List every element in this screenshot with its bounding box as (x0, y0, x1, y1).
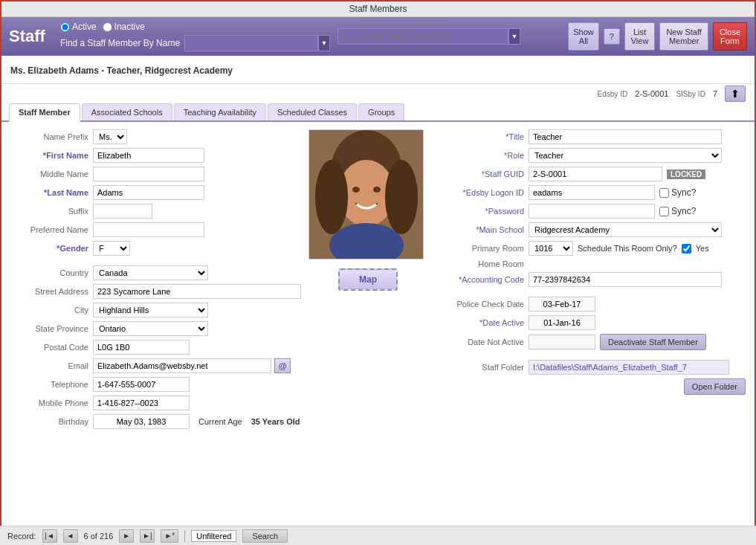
sisby-id-value: 7 (713, 89, 717, 98)
email-row: Email @ (10, 358, 301, 373)
preferred-name-input[interactable] (93, 222, 204, 237)
inactive-radio[interactable] (103, 22, 112, 32)
staff-guid-input[interactable] (529, 167, 662, 181)
tab-associated-schools[interactable]: Associated Schools (82, 103, 172, 120)
open-folder-button[interactable]: Open Folder (684, 378, 746, 395)
date-not-active-input[interactable] (529, 335, 595, 349)
find-by-name-input[interactable] (184, 35, 318, 51)
tab-groups[interactable]: Groups (358, 103, 404, 120)
title-label: *Title (435, 132, 524, 141)
find-by-guid-dropdown-arrow[interactable]: ▼ (508, 28, 520, 45)
last-name-input[interactable] (93, 185, 204, 200)
email-input[interactable] (93, 358, 271, 373)
staff-folder-input[interactable] (529, 360, 729, 375)
current-age-label: Current Age (198, 417, 242, 426)
find-by-guid-input[interactable] (337, 28, 508, 45)
tab-scheduled-classes[interactable]: Scheduled Classes (268, 103, 357, 120)
header-right-buttons: ShowAll ? ListView New StaffMember Close… (568, 22, 747, 51)
inactive-radio-label[interactable]: Inactive (103, 22, 145, 32)
accounting-code-row: *Accounting Code (435, 272, 746, 287)
edsby-sync-checkbox[interactable] (659, 188, 669, 198)
map-button[interactable]: Map (338, 268, 398, 291)
police-check-input[interactable] (529, 297, 595, 312)
home-room-row: Home Room (435, 259, 746, 268)
city-row: City Highland Hills (10, 303, 301, 317)
photo-area: Map (308, 129, 427, 523)
state-row: State Province Ontario (10, 321, 301, 336)
find-by-name-combo: ▼ (184, 35, 330, 51)
telephone-label: Telephone (10, 380, 88, 389)
active-radio[interactable] (60, 22, 70, 32)
gender-select[interactable]: F M (93, 241, 130, 256)
city-label: City (10, 306, 88, 315)
svg-point-3 (315, 160, 348, 234)
mobile-input[interactable] (93, 396, 190, 410)
state-label: State Province (10, 324, 88, 333)
at-button[interactable]: @ (274, 358, 291, 373)
role-label: *Role (435, 151, 524, 160)
nav-first-button[interactable]: |◄ (42, 529, 57, 543)
state-select[interactable]: Ontario (93, 321, 208, 336)
street-input[interactable] (93, 284, 301, 299)
room-select[interactable]: 1016 (529, 241, 573, 256)
mobile-label: Mobile Phone (10, 399, 88, 407)
nav-last-button[interactable]: ►| (140, 529, 155, 543)
suffix-input[interactable] (93, 204, 152, 219)
svg-point-7 (352, 187, 360, 193)
yes-label: Yes (696, 244, 709, 253)
staff-folder-label: Staff Folder (435, 363, 524, 372)
postal-input[interactable] (93, 340, 190, 355)
title-input[interactable] (529, 129, 722, 144)
staff-photo-image (309, 130, 424, 259)
help-button[interactable]: ? (604, 28, 620, 45)
middle-name-input[interactable] (93, 167, 204, 181)
tab-staff-member[interactable]: Staff Member (9, 103, 80, 122)
staff-full-name: Ms. Elizabeth Adams - Teacher, Ridgecres… (10, 65, 233, 76)
tab-teaching-availability[interactable]: Teaching Availability (174, 103, 266, 120)
date-active-input[interactable] (529, 315, 595, 330)
role-select[interactable]: Teacher (529, 148, 722, 163)
edsby-logon-input[interactable] (529, 185, 655, 200)
main-school-select[interactable]: Ridgecrest Academy (529, 222, 722, 237)
telephone-input[interactable] (93, 377, 190, 392)
suffix-label: Suffix (10, 207, 88, 216)
schedule-room-label: Schedule This Room Only? (578, 244, 677, 253)
last-name-label: *Last Name (10, 188, 88, 197)
main-school-row: *Main School Ridgecrest Academy (435, 222, 746, 237)
edsby-id-value: 2-S-0001 (635, 89, 668, 98)
new-staff-button[interactable]: New StaffMember (659, 22, 708, 51)
edsby-sync-check: Sync? (659, 187, 696, 198)
form-fields: Name Prefix Ms. *First Name Middle Name … (10, 129, 301, 523)
nav-prev-button[interactable]: ◄ (63, 529, 78, 543)
close-form-button[interactable]: CloseForm (713, 22, 747, 51)
find-by-name-row: Find a Staff Member By Name ▼ (60, 35, 330, 51)
schedule-room-checkbox[interactable] (682, 244, 691, 254)
staff-guid-row: *Staff GUID LOCKED (435, 167, 746, 181)
city-select[interactable]: Highland Hills (93, 303, 208, 317)
first-name-input[interactable] (93, 148, 204, 163)
accounting-code-input[interactable] (529, 272, 722, 287)
staff-photo (308, 129, 424, 259)
find-by-name-dropdown-arrow[interactable]: ▼ (318, 35, 330, 51)
country-select[interactable]: Canada (93, 265, 208, 280)
name-prefix-select[interactable]: Ms. (93, 129, 127, 144)
nav-new-button[interactable]: ►* (161, 529, 178, 543)
password-sync-label: Sync? (671, 206, 696, 216)
active-radio-label[interactable]: Active (60, 22, 97, 32)
show-all-button[interactable]: ShowAll (568, 22, 599, 51)
password-sync-check: Sync? (659, 206, 696, 216)
app-title: Staff (9, 27, 45, 46)
search-button[interactable]: Search (242, 529, 288, 543)
id-icon-button[interactable]: ⬆ (725, 86, 746, 102)
password-label: *Password (435, 207, 524, 216)
password-sync-checkbox[interactable] (659, 207, 669, 216)
role-row: *Role Teacher (435, 148, 746, 163)
password-input[interactable] (529, 204, 655, 219)
birthday-input[interactable] (93, 414, 190, 429)
deactivate-button[interactable]: Deactivate Staff Member (600, 334, 706, 350)
preferred-name-label: Preferred Name (10, 225, 88, 234)
date-active-row: *Date Active (435, 315, 746, 330)
list-view-button[interactable]: ListView (624, 22, 656, 51)
nav-next-button[interactable]: ► (119, 529, 134, 543)
left-column: Name Prefix Ms. *First Name Middle Name … (10, 129, 424, 523)
